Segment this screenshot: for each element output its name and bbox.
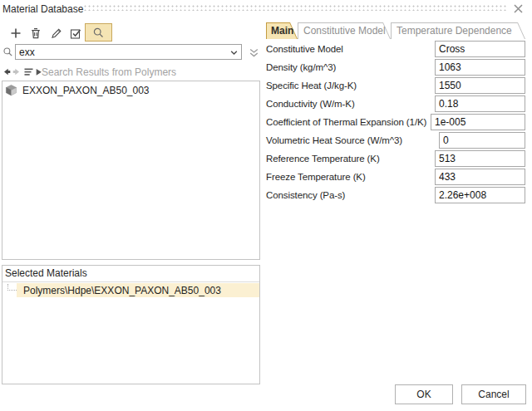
field-specific-heat[interactable] [435,77,525,94]
delete-material-button[interactable] [27,25,44,42]
field-freeze-temperature[interactable] [435,169,525,185]
field-reference-temperature[interactable] [435,150,525,167]
drag-handle-dots[interactable] [83,4,507,11]
field-label-density: Density (kg/m^3) [266,59,336,76]
selected-materials-header: Selected Materials [5,267,87,279]
tab-label: Main [266,22,298,39]
plus-icon [9,27,22,40]
tab-constitutive-model[interactable]: Constitutive Model [298,22,391,39]
field-volumetric-heat-source[interactable] [439,132,525,149]
field-label-volumetric-heat-source: Volumetric Heat Source (W/m^3) [266,132,402,149]
field-label-specific-heat: Specific Heat (J/kg-K) [266,77,357,94]
cancel-button[interactable]: Cancel [461,384,526,404]
chevron-down-icon[interactable] [229,47,239,58]
material-cube-icon [5,84,17,96]
field-conductivity[interactable] [435,95,525,112]
double-chevron-down-icon[interactable] [248,46,260,59]
field-density[interactable] [435,59,525,76]
search-input[interactable] [16,45,229,59]
field-label-reference-temperature: Reference Temperature (K) [266,150,380,167]
field-label-consistency: Consistency (Pa-s) [266,187,345,203]
list-item-material[interactable]: EXXON_PAXON_AB50_003 [2,83,254,97]
search-icon [2,46,13,57]
edit-material-button[interactable] [48,25,65,42]
apply-material-button[interactable] [67,25,84,42]
dialog-title: Material Database [2,3,83,15]
forward-arrow-icon[interactable] [12,66,23,78]
checkbox-check-icon [69,27,82,40]
tab-temperature-dependence[interactable]: Temperature Dependence [391,22,525,39]
selected-material-row[interactable]: Polymers\Hdpe\EXXON_PAXON_AB50_003 [17,283,259,297]
breadcrumb-label: Search Results from Polymers [42,66,176,78]
field-consistency[interactable] [435,187,525,203]
magnifier-icon [92,27,105,39]
trash-icon [29,27,42,40]
field-label-thermal-expansion: Coefficient of Thermal Expansion (1/K) [266,114,426,130]
search-results-list [2,81,260,260]
field-thermal-expansion[interactable] [431,114,525,130]
selected-material-path: Polymers\Hdpe\EXXON_PAXON_AB50_003 [17,285,221,296]
material-database-dialog: Material Database [0,0,532,411]
pencil-icon [50,27,63,40]
field-label-freeze-temperature: Freeze Temperature (K) [266,169,366,185]
separator [2,281,259,282]
field-constitutive-model[interactable] [435,41,525,57]
tab-main[interactable]: Main [266,22,298,39]
tab-label: Constitutive Model [298,22,391,39]
search-combobox [15,44,242,60]
material-name: EXXON_PAXON_AB50_003 [22,85,150,96]
ok-button[interactable]: OK [395,384,453,404]
add-material-button[interactable] [7,25,24,42]
tree-connector [7,284,17,291]
close-icon[interactable] [512,2,525,15]
search-material-button[interactable] [85,23,112,42]
field-label-constitutive-model: Constitutive Model [266,41,343,57]
tab-label: Temperature Dependence [391,22,525,39]
field-label-conductivity: Conductivity (W/m-K) [266,95,355,112]
